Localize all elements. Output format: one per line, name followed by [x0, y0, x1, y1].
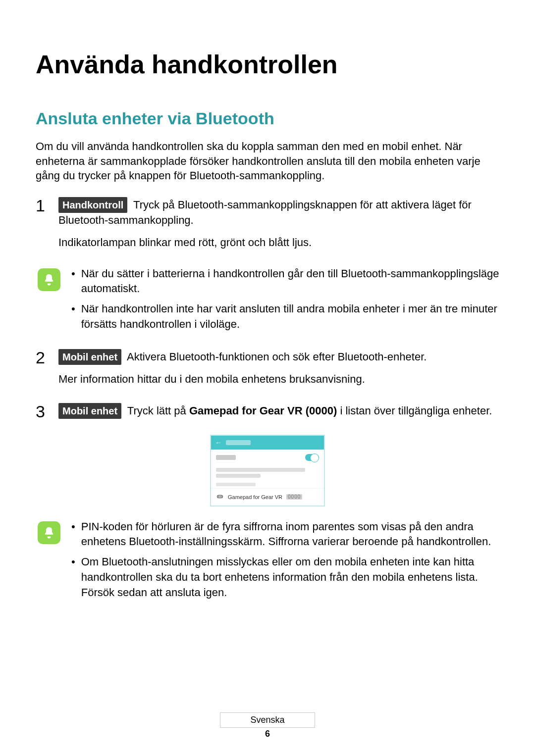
step-body: Mobil enhet Aktivera Bluetooth-funktione…	[58, 349, 499, 394]
svg-rect-0	[217, 495, 223, 498]
bullet: •	[71, 519, 75, 550]
step-number: 1	[36, 197, 50, 257]
device-badge-handkontroll: Handkontroll	[58, 197, 127, 213]
step-subtext: Mer information hittar du i den mobila e…	[58, 372, 499, 387]
step-number: 3	[36, 403, 50, 426]
bell-icon	[38, 268, 60, 291]
note-item: Om Bluetooth-anslutningen misslyckas ell…	[81, 554, 499, 600]
device-badge-mobil: Mobil enhet	[58, 403, 121, 419]
device-pin-placeholder: 0000	[286, 494, 302, 500]
blurred-description	[211, 465, 324, 481]
step-3: 3 Mobil enhet Tryck lätt på Gamepad for …	[36, 403, 499, 426]
device-name-bold: Gamepad for Gear VR (0000)	[189, 404, 337, 417]
back-arrow-icon: ←	[215, 439, 222, 447]
bluetooth-toggle-row	[211, 450, 324, 465]
bluetooth-settings-illustration: ← Gamepad for Gear VR 0000	[36, 435, 499, 506]
intro-paragraph: Om du vill använda handkontrollen ska du…	[36, 139, 499, 183]
step-body: Mobil enhet Tryck lätt på Gamepad for Ge…	[58, 403, 499, 426]
step-subtext: Indikatorlampan blinkar med rött, grönt …	[58, 235, 499, 251]
blurred-subheader	[211, 481, 324, 488]
blurred-title	[226, 440, 251, 445]
section-title: Ansluta enheter via Bluetooth	[36, 109, 499, 128]
footer-page-number: 6	[0, 729, 535, 739]
note-box: •PIN-koden för hörluren är de fyra siffr…	[36, 519, 499, 605]
gamepad-icon	[216, 493, 224, 502]
bluetooth-header: ←	[211, 436, 324, 450]
step-number: 2	[36, 349, 50, 394]
footer-language: Svenska	[220, 712, 315, 728]
note-list: •PIN-koden för hörluren är de fyra siffr…	[71, 519, 499, 605]
bluetooth-device-row: Gamepad for Gear VR 0000	[211, 488, 324, 505]
bell-icon	[38, 521, 60, 544]
svg-point-2	[220, 496, 221, 497]
step-text: i listan över tillgängliga enheter.	[337, 404, 492, 417]
bullet: •	[71, 554, 75, 600]
toggle-on-icon	[305, 454, 319, 461]
note-list: •När du sätter i batterierna i handkontr…	[71, 266, 499, 337]
note-item: När handkontrollen inte har varit anslut…	[81, 302, 499, 332]
manual-page: Använda handkontrollen Ansluta enheter v…	[0, 0, 535, 756]
bullet: •	[71, 266, 75, 297]
step-text: Tryck lätt på	[124, 404, 189, 417]
step-2: 2 Mobil enhet Aktivera Bluetooth-funktio…	[36, 349, 499, 394]
step-1: 1 Handkontroll Tryck på Bluetooth-samman…	[36, 197, 499, 257]
page-title: Använda handkontrollen	[36, 50, 499, 79]
blurred-label	[216, 455, 236, 460]
svg-point-1	[218, 496, 219, 497]
note-box: •När du sätter i batterierna i handkontr…	[36, 266, 499, 337]
step-body: Handkontroll Tryck på Bluetooth-sammanko…	[58, 197, 499, 257]
device-badge-mobil: Mobil enhet	[58, 349, 121, 365]
page-footer: Svenska 6	[0, 712, 535, 739]
device-label: Gamepad for Gear VR	[228, 494, 282, 500]
bullet: •	[71, 302, 75, 332]
note-item: När du sätter i batterierna i handkontro…	[81, 266, 499, 297]
note-item: PIN-koden för hörluren är de fyra siffro…	[81, 519, 499, 550]
bluetooth-screen: ← Gamepad for Gear VR 0000	[210, 435, 325, 506]
step-text: Aktivera Bluetooth-funktionen och sök ef…	[124, 351, 427, 363]
